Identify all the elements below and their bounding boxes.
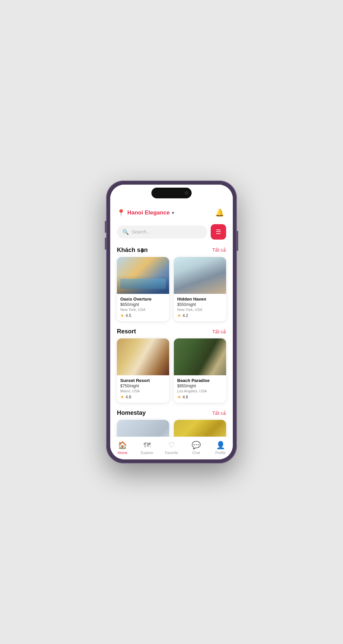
- filter-button[interactable]: ☰: [211, 224, 226, 240]
- resort-card-2-rating: ★ 4.6: [177, 394, 223, 399]
- hotel-card-1-image: [117, 257, 169, 294]
- hotel-card-2-rating: ★ 4.2: [177, 313, 223, 318]
- resort-card-2-rating-value: 4.6: [183, 395, 188, 399]
- hotel-card-2-rating-value: 4.2: [183, 313, 188, 318]
- homestay-section-header: Homestay Tất cả: [110, 407, 233, 420]
- search-row: 🔍 Search... ☰: [110, 223, 233, 244]
- search-box[interactable]: 🔍 Search...: [117, 226, 207, 239]
- volume-up-button: [105, 221, 106, 233]
- resort-title: Resort: [117, 328, 136, 335]
- nav-item-explore[interactable]: 🗺 Explore: [135, 440, 159, 456]
- home-icon: 🏠: [118, 441, 127, 450]
- hotel-card-1-info: Oasis Overture $650/night New York, USA …: [117, 294, 169, 321]
- nav-home-label: Home: [118, 451, 127, 455]
- resort-cards-row: Sunset Resort $750/night Miami, USA ★ 4.…: [110, 338, 233, 407]
- hotels-see-all[interactable]: Tất cả: [212, 247, 226, 253]
- resort-card-1-location: Miami, USA: [120, 389, 166, 393]
- star-icon: ★: [120, 313, 124, 318]
- filter-icon: ☰: [216, 228, 221, 236]
- hotel-card-1-rating-value: 4.5: [126, 313, 131, 318]
- hotel-card-2-image: [174, 257, 226, 294]
- location-name: Hanoi Elegance: [127, 209, 170, 216]
- location-area[interactable]: 📍 Hanoi Elegance ▾: [117, 209, 174, 217]
- resort-card-1-info: Sunset Resort $750/night Miami, USA ★ 4.…: [117, 375, 169, 403]
- hotel-card-2-name: Hidden Haven: [177, 297, 223, 302]
- profile-icon: 👤: [216, 441, 225, 450]
- hotel-card-2-price: $550/night: [177, 302, 223, 307]
- hotel-card-1[interactable]: Oasis Overture $650/night New York, USA …: [117, 257, 169, 321]
- hotels-section-header: Khách sạn Tất cả: [110, 244, 233, 257]
- camera-dot: [185, 191, 188, 195]
- hotel-card-1-rating: ★ 4.5: [120, 313, 166, 318]
- phone-screen: 📍 Hanoi Elegance ▾ 🔔 🔍 Search... ☰: [110, 185, 233, 459]
- resort-card-1-price: $750/night: [120, 384, 166, 388]
- chevron-down-icon: ▾: [172, 210, 174, 215]
- notification-button[interactable]: 🔔: [213, 206, 226, 219]
- nav-explore-label: Explore: [141, 451, 153, 455]
- hotel-card-1-name: Oasis Overture: [120, 297, 166, 302]
- hotel-card-1-price: $650/night: [120, 302, 166, 307]
- resort-card-1-rating: ★ 4.8: [120, 394, 166, 399]
- resort-card-1-image: [117, 338, 169, 375]
- hotel-card-2-location: New York, USA: [177, 308, 223, 312]
- homestay-card-1[interactable]: [117, 420, 169, 437]
- resort-card-1-name: Sunset Resort: [120, 378, 166, 383]
- hotel-card-1-location: New York, USA: [120, 308, 166, 312]
- hotels-title: Khách sạn: [117, 246, 148, 254]
- resort-card-2-info: Beach Paradise $850/night Los Angeles, U…: [174, 375, 226, 403]
- hotel-card-2[interactable]: Hidden Haven $550/night New York, USA ★ …: [174, 257, 226, 321]
- star-icon: ★: [177, 394, 181, 399]
- search-placeholder: Search...: [132, 229, 150, 235]
- nav-profile-label: Profile: [215, 451, 226, 455]
- resort-card-2-price: $850/night: [177, 384, 223, 388]
- search-icon: 🔍: [122, 229, 129, 235]
- resort-see-all[interactable]: Tất cả: [212, 329, 226, 334]
- nav-item-profile[interactable]: 👤 Profile: [208, 440, 233, 456]
- favorite-icon: ♡: [168, 441, 175, 450]
- nav-item-favorite[interactable]: ♡ Favorite: [159, 440, 184, 456]
- power-button: [237, 231, 238, 251]
- volume-down-button: [105, 238, 106, 250]
- resort-card-2-name: Beach Paradise: [177, 378, 223, 383]
- chat-icon: 💬: [192, 441, 201, 450]
- phone-frame: 📍 Hanoi Elegance ▾ 🔔 🔍 Search... ☰: [106, 181, 237, 463]
- app-header: 📍 Hanoi Elegance ▾ 🔔: [110, 201, 233, 223]
- screen-content[interactable]: 📍 Hanoi Elegance ▾ 🔔 🔍 Search... ☰: [110, 201, 233, 437]
- nav-chat-label: Chat: [192, 451, 200, 455]
- homestay-card-2[interactable]: [174, 420, 226, 437]
- nav-item-chat[interactable]: 💬 Chat: [184, 440, 208, 456]
- resort-card-1-rating-value: 4.8: [126, 395, 131, 399]
- resort-section-header: Resort Tất cả: [110, 326, 233, 338]
- nav-item-home[interactable]: 🏠 Home: [110, 440, 135, 456]
- homestay-cards-partial: [110, 420, 233, 437]
- dynamic-island: [151, 188, 192, 198]
- resort-card-2-location: Los Angeles, USA: [177, 389, 223, 393]
- bottom-navigation: 🏠 Home 🗺 Explore ♡ Favorite 💬 Chat 👤 Pro…: [110, 437, 233, 459]
- nav-favorite-label: Favorite: [165, 451, 178, 455]
- location-pin-icon: 📍: [117, 209, 125, 217]
- bell-icon: 🔔: [215, 208, 224, 217]
- homestay-card-1-image: [117, 420, 169, 437]
- homestay-card-2-image: [174, 420, 226, 437]
- star-icon: ★: [177, 313, 181, 318]
- star-icon: ★: [120, 394, 124, 399]
- explore-icon: 🗺: [143, 441, 151, 450]
- status-bar: [110, 185, 233, 201]
- homestay-title: Homestay: [117, 409, 146, 416]
- resort-card-1[interactable]: Sunset Resort $750/night Miami, USA ★ 4.…: [117, 338, 169, 403]
- homestay-see-all[interactable]: Tất cả: [212, 410, 226, 416]
- hotels-cards-row: Oasis Overture $650/night New York, USA …: [110, 257, 233, 326]
- hotel-card-2-info: Hidden Haven $550/night New York, USA ★ …: [174, 294, 226, 321]
- resort-card-2[interactable]: Beach Paradise $850/night Los Angeles, U…: [174, 338, 226, 403]
- resort-card-2-image: [174, 338, 226, 375]
